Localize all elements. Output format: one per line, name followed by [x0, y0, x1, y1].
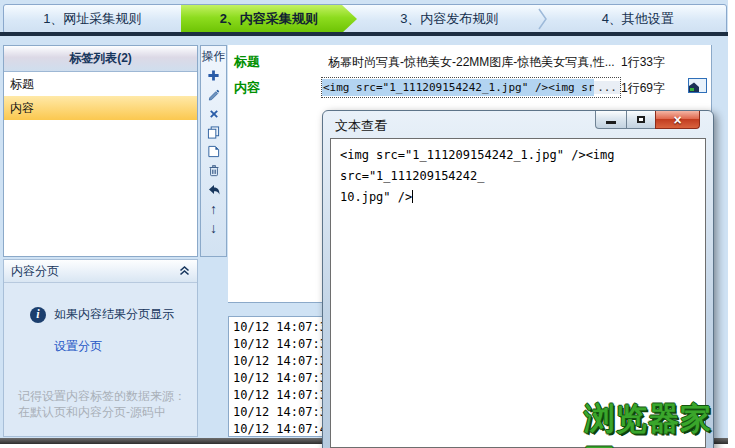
tab-content-rules[interactable]: 2、内容采集规则	[181, 5, 358, 33]
dialog-caption-buttons: ×	[595, 111, 700, 129]
minimize-button[interactable]	[595, 111, 627, 129]
close-icon: ×	[673, 113, 681, 127]
minimize-icon	[606, 121, 616, 124]
image-preview-icon[interactable]	[688, 78, 707, 97]
row-label-content: 内容	[234, 79, 260, 97]
app-window: 1、网址采集规则 2、内容采集规则 3、内容发布规则 4、其他设置 标签列表(2…	[0, 0, 735, 448]
rule-steps-tabbar: 1、网址采集规则 2、内容采集规则 3、内容发布规则 4、其他设置	[3, 4, 727, 34]
maximize-icon	[637, 116, 645, 123]
tag-item-content[interactable]: 内容	[4, 96, 197, 120]
paste-tag-button[interactable]	[205, 142, 223, 161]
dialog-title: 文本查看	[335, 117, 387, 135]
ellipsis-text: ...	[594, 81, 620, 94]
tab-publish-rules[interactable]: 3、内容发布规则	[361, 5, 538, 33]
text-cursor	[412, 190, 413, 203]
copy-icon	[207, 126, 220, 139]
pagination-info-row: i 如果内容结果分页显示	[30, 306, 174, 323]
trash-icon	[208, 164, 220, 177]
pagination-title: 内容分页	[11, 263, 59, 280]
tag-row-content: 内容 <img src="1_111209154242_1.jpg" /><im…	[228, 77, 711, 99]
row-label-title: 标题	[234, 53, 260, 71]
x-icon	[208, 108, 220, 120]
delete-tag-button[interactable]	[205, 104, 223, 123]
pagination-info-text: 如果内容结果分页显示	[54, 306, 174, 323]
move-up-button[interactable]: ↑	[205, 199, 223, 218]
set-pagination-link[interactable]: 设置分页	[54, 338, 102, 355]
pencil-icon	[207, 88, 220, 101]
row-count-content: 1行69字	[621, 80, 665, 97]
row-value-title[interactable]: 杨幂时尚写真-惊艳美女-22MM图库-惊艳美女写真,性...	[328, 54, 615, 71]
operations-header: 操作	[202, 46, 226, 66]
tag-item-title[interactable]: 标题	[4, 72, 197, 96]
plus-icon	[207, 69, 220, 82]
tab-url-rules[interactable]: 1、网址采集规则	[4, 5, 181, 33]
copy-tag-button[interactable]	[205, 123, 223, 142]
tag-list-panel: 标签列表(2) 标题 内容	[3, 45, 198, 257]
row-value-content-field[interactable]: <img src="1_111209154242_1.jpg" /><img s…	[321, 77, 621, 98]
move-down-button[interactable]: ↓	[205, 218, 223, 237]
down-arrow-icon: ↓	[210, 221, 217, 235]
operations-toolbar: 操作 ↑ ↓	[200, 45, 227, 257]
tag-row-title: 标题 杨幂时尚写真-惊艳美女-22MM图库-惊艳美女写真,性... 1行33字	[228, 51, 711, 73]
tabbar-divider	[0, 32, 728, 36]
tag-list-header: 标签列表(2)	[4, 46, 197, 72]
textarea-line-2: 10.jpg" />	[340, 190, 412, 204]
selected-text: <img src="1_111209154242_1.jpg" /><img s…	[322, 79, 594, 96]
textarea-line-1: <img src="1_111209154242_1.jpg" /><img s…	[340, 148, 615, 183]
up-arrow-icon: ↑	[210, 202, 217, 216]
tab-separator-icon	[538, 5, 550, 33]
tab-other-settings[interactable]: 4、其他设置	[550, 5, 727, 33]
content-pagination-panel: 内容分页 i 如果内容结果分页显示 设置分页 记得设置内容标签的数据来源： 在默…	[3, 259, 198, 437]
row-count-title: 1行33字	[621, 54, 665, 71]
collapse-chevron-icon[interactable]	[179, 262, 190, 280]
paste-icon	[207, 145, 220, 158]
add-tag-button[interactable]	[205, 66, 223, 85]
close-button[interactable]: ×	[655, 111, 700, 129]
pagination-header: 内容分页	[4, 260, 197, 283]
memo-line-2: 在默认页和内容分页-源码中	[18, 404, 186, 420]
maximize-button[interactable]	[627, 111, 655, 129]
undo-arrow-icon	[207, 184, 221, 196]
watermark: 浏览器家园	[584, 398, 735, 448]
info-icon: i	[30, 307, 46, 323]
clear-tags-button[interactable]	[205, 161, 223, 180]
pagination-memo: 记得设置内容标签的数据来源： 在默认页和内容分页-源码中	[18, 388, 186, 420]
undo-button[interactable]	[205, 180, 223, 199]
memo-line-1: 记得设置内容标签的数据来源：	[18, 388, 186, 404]
edit-tag-button[interactable]	[205, 85, 223, 104]
